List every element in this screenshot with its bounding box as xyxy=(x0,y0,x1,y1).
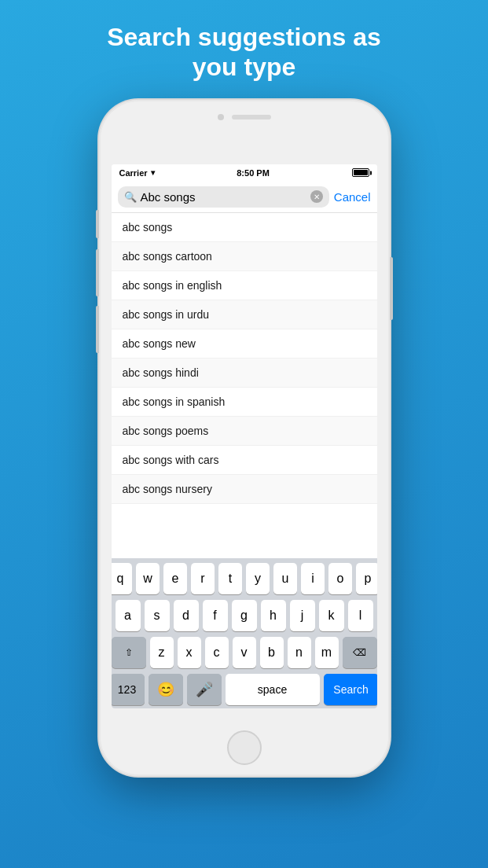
shift-key[interactable]: ⇧ xyxy=(112,637,146,668)
key-a[interactable]: a xyxy=(116,600,141,631)
status-bar: Carrier ▾ 8:50 PM xyxy=(112,164,377,182)
suggestion-item[interactable]: abc songs in urdu xyxy=(112,300,377,329)
home-button[interactable] xyxy=(227,730,262,765)
volume-up-button xyxy=(96,249,99,296)
emoji-key[interactable]: 😊 xyxy=(149,674,183,705)
search-input[interactable]: Abc songs xyxy=(141,190,306,204)
num-key[interactable]: 123 xyxy=(112,674,145,705)
key-j[interactable]: j xyxy=(290,600,315,631)
suggestion-item[interactable]: abc songs in english xyxy=(112,271,377,300)
key-x[interactable]: x xyxy=(178,637,201,668)
suggestion-item[interactable]: abc songs nursery xyxy=(112,475,377,504)
page-headline: Search suggestions as you type xyxy=(75,22,413,83)
wifi-icon: ▾ xyxy=(151,168,155,177)
phone-shell: Carrier ▾ 8:50 PM 🔍 Abc songs xyxy=(99,100,390,776)
key-e[interactable]: e xyxy=(163,563,187,594)
status-time: 8:50 PM xyxy=(237,168,270,178)
status-left: Carrier ▾ xyxy=(119,168,155,178)
suggestion-item[interactable]: abc songs with cars xyxy=(112,446,377,475)
suggestion-item[interactable]: abc songs hindi xyxy=(112,359,377,388)
keyboard-row-1: qwertyuiop xyxy=(114,563,375,594)
suggestion-item[interactable]: abc songs new xyxy=(112,329,377,359)
carrier-label: Carrier xyxy=(119,168,148,178)
key-s[interactable]: s xyxy=(145,600,170,631)
key-n[interactable]: n xyxy=(288,637,311,668)
key-z[interactable]: z xyxy=(150,637,174,668)
key-b[interactable]: b xyxy=(260,637,284,668)
key-q[interactable]: q xyxy=(112,563,133,594)
key-p[interactable]: p xyxy=(356,563,377,594)
key-g[interactable]: g xyxy=(232,600,257,631)
cancel-button[interactable]: Cancel xyxy=(334,190,371,204)
key-l[interactable]: l xyxy=(348,600,373,631)
key-o[interactable]: o xyxy=(328,563,352,594)
status-right xyxy=(352,168,369,177)
search-bar[interactable]: 🔍 Abc songs ✕ Cancel xyxy=(112,182,377,213)
phone-top-area xyxy=(218,114,271,120)
headline-line1: Search suggestions as xyxy=(107,23,381,51)
mic-key[interactable]: 🎤 xyxy=(187,674,222,705)
keyboard-bottom-row: 123 😊 🎤 space Search xyxy=(114,674,375,705)
key-y[interactable]: y xyxy=(246,563,270,594)
front-camera xyxy=(218,114,224,120)
key-m[interactable]: m xyxy=(315,637,339,668)
delete-key[interactable]: ⌫ xyxy=(343,637,377,668)
search-glass-icon: 🔍 xyxy=(124,191,137,203)
key-h[interactable]: h xyxy=(261,600,286,631)
key-k[interactable]: k xyxy=(319,600,344,631)
headline-line2: you type xyxy=(193,53,296,81)
battery-fill xyxy=(354,170,368,175)
suggestion-item[interactable]: abc songs cartoon xyxy=(112,242,377,271)
suggestion-item[interactable]: abc songs poems xyxy=(112,417,377,446)
volume-down-button xyxy=(96,306,99,353)
phone-screen: Carrier ▾ 8:50 PM 🔍 Abc songs xyxy=(112,164,377,708)
key-i[interactable]: i xyxy=(301,563,325,594)
key-v[interactable]: v xyxy=(233,637,256,668)
keyboard-row-2: asdfghjkl xyxy=(114,600,375,631)
key-d[interactable]: d xyxy=(174,600,199,631)
key-r[interactable]: r xyxy=(191,563,215,594)
key-c[interactable]: c xyxy=(205,637,229,668)
key-f[interactable]: f xyxy=(203,600,228,631)
key-w[interactable]: w xyxy=(136,563,160,594)
space-key[interactable]: space xyxy=(226,674,320,705)
suggestion-item[interactable]: abc songs in spanish xyxy=(112,388,377,417)
key-t[interactable]: t xyxy=(218,563,242,594)
mute-button xyxy=(96,210,99,238)
suggestions-list: abc songsabc songs cartoonabc songs in e… xyxy=(112,213,377,558)
suggestion-item[interactable]: abc songs xyxy=(112,213,377,242)
search-key[interactable]: Search xyxy=(324,674,377,705)
keyboard[interactable]: qwertyuiop asdfghjkl ⇧ zxcvbnm ⌫ 123 😊 🎤 xyxy=(112,558,377,708)
battery-icon xyxy=(352,168,369,177)
keyboard-row-3: ⇧ zxcvbnm ⌫ xyxy=(114,637,375,668)
earpiece-speaker xyxy=(232,115,271,120)
phone-mockup: Carrier ▾ 8:50 PM 🔍 Abc songs xyxy=(99,100,390,776)
power-button xyxy=(390,257,393,320)
clear-search-button[interactable]: ✕ xyxy=(310,190,323,203)
key-u[interactable]: u xyxy=(273,563,297,594)
search-input-wrapper[interactable]: 🔍 Abc songs ✕ xyxy=(118,186,329,208)
